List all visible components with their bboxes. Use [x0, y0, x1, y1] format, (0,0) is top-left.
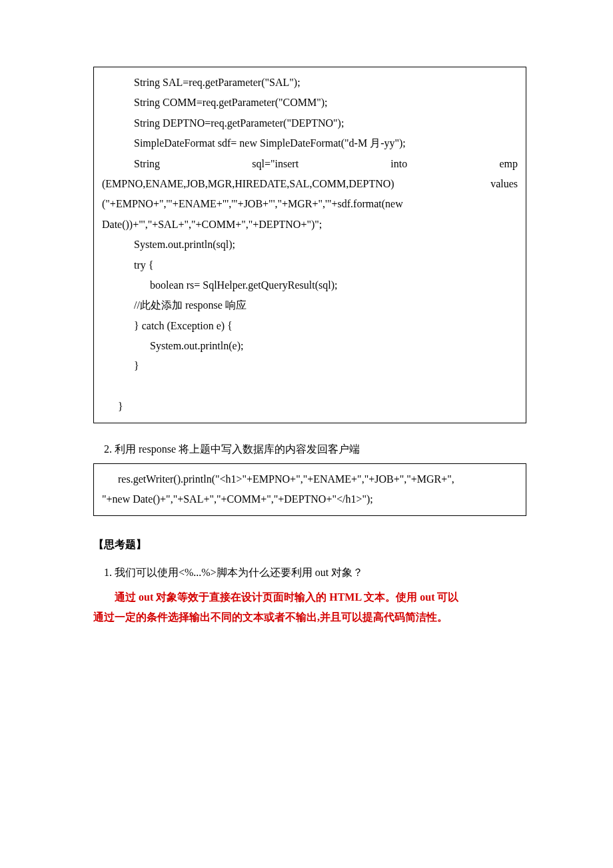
code-line: }	[102, 356, 518, 376]
code-block-2: res.getWriter().println("<h1>"+EMPNO+","…	[93, 463, 526, 516]
code-line: res.getWriter().println("<h1>"+EMPNO+","…	[102, 469, 518, 489]
code-line: }	[102, 397, 518, 417]
code-line: String COMM=req.getParameter("COMM");	[102, 93, 518, 113]
think-question-1: 1. 我们可以使用<%...%>脚本为什么还要利用 out 对象？	[93, 563, 526, 583]
code-line: "+new Date()+","+SAL+","+COMM+","+DEPTNO…	[102, 489, 518, 509]
code-token: emp	[499, 154, 518, 174]
code-line: String sql="insert into emp	[102, 154, 518, 174]
code-token: values	[490, 174, 518, 194]
answer-line: 通过一定的条件选择输出不同的文本或者不输出,并且可以提高代码简洁性。	[93, 607, 526, 627]
question-2: 2. 利用 response 将上题中写入数据库的内容发回客户端	[93, 439, 526, 459]
code-line: SimpleDateFormat sdf= new SimpleDateForm…	[102, 133, 518, 153]
code-line: } catch (Exception e) {	[102, 316, 518, 336]
answer-line: 通过 out 对象等效于直接在设计页面时输入的 HTML 文本。使用 out 可…	[93, 587, 526, 607]
code-line: System.out.println(e);	[102, 336, 518, 356]
document-page: String SAL=req.getParameter("SAL"); Stri…	[0, 0, 613, 868]
code-line: (EMPNO,ENAME,JOB,MGR,HIREDATE,SAL,COMM,D…	[102, 174, 518, 194]
code-line: //此处添加 response 响应	[102, 295, 518, 315]
code-line: Date())+"',"+SAL+","+COMM+","+DEPTNO+")"…	[102, 215, 518, 235]
code-token: sql="insert	[252, 154, 299, 174]
code-line: String SAL=req.getParameter("SAL");	[102, 73, 518, 93]
code-token: (EMPNO,ENAME,JOB,MGR,HIREDATE,SAL,COMM,D…	[102, 174, 394, 194]
code-line: try {	[102, 255, 518, 275]
section-heading: 【思考题】	[93, 535, 526, 555]
code-line: System.out.println(sql);	[102, 235, 518, 255]
code-line: String DEPTNO=req.getParameter("DEPTNO")…	[102, 113, 518, 133]
code-line: boolean rs= SqlHelper.getQueryResult(sql…	[102, 275, 518, 295]
code-token: String	[134, 154, 160, 174]
code-line: ("+EMPNO+",'"+ENAME+"','"+JOB+"',"+MGR+"…	[102, 194, 518, 214]
code-token: into	[390, 154, 407, 174]
code-block-1: String SAL=req.getParameter("SAL"); Stri…	[93, 67, 526, 423]
